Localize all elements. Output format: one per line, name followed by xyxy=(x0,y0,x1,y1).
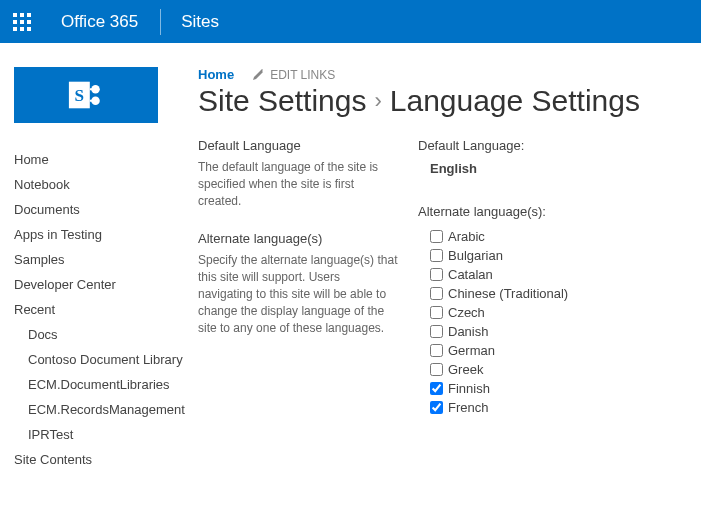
language-label: Czech xyxy=(448,305,485,320)
nav-recent-item[interactable]: Contoso Document Library xyxy=(14,347,192,372)
language-checkbox[interactable] xyxy=(430,344,443,357)
language-checkbox[interactable] xyxy=(430,401,443,414)
site-settings-title-link[interactable]: Site Settings xyxy=(198,84,366,117)
language-checkbox[interactable] xyxy=(430,230,443,243)
nav-item-apps-in-testing[interactable]: Apps in Testing xyxy=(14,222,192,247)
language-option[interactable]: German xyxy=(430,341,687,360)
svg-text:S: S xyxy=(75,86,85,105)
language-option[interactable]: French xyxy=(430,398,687,417)
language-checkbox[interactable] xyxy=(430,287,443,300)
svg-rect-7 xyxy=(20,27,24,31)
nav-site-contents[interactable]: Site Contents xyxy=(14,447,192,472)
default-language-desc: The default language of the site is spec… xyxy=(198,159,398,209)
sharepoint-logo-tile[interactable]: S xyxy=(14,67,158,123)
nav-recent-item[interactable]: ECM.DocumentLibraries xyxy=(14,372,192,397)
language-option[interactable]: Czech xyxy=(430,303,687,322)
brand-label[interactable]: Office 365 xyxy=(43,12,160,32)
svg-rect-4 xyxy=(20,20,24,24)
nav-recent-item[interactable]: ECM.RecordsManagement xyxy=(14,397,192,422)
language-option[interactable]: Greek xyxy=(430,360,687,379)
language-label: Finnish xyxy=(448,381,490,396)
language-option[interactable]: Chinese (Traditional) xyxy=(430,284,687,303)
language-label: French xyxy=(448,400,488,415)
language-option[interactable]: Catalan xyxy=(430,265,687,284)
svg-rect-3 xyxy=(13,20,17,24)
chevron-right-icon: › xyxy=(374,88,381,114)
language-label: German xyxy=(448,343,495,358)
edit-links-label: EDIT LINKS xyxy=(270,68,335,82)
language-checkbox[interactable] xyxy=(430,306,443,319)
language-label: Bulgarian xyxy=(448,248,503,263)
alternate-language-checklist: ArabicBulgarianCatalanChinese (Tradition… xyxy=(418,227,687,417)
language-option[interactable]: Bulgarian xyxy=(430,246,687,265)
nav-item-home[interactable]: Home xyxy=(14,147,192,172)
language-label: Arabic xyxy=(448,229,485,244)
language-label: Greek xyxy=(448,362,483,377)
svg-rect-0 xyxy=(13,13,17,17)
language-checkbox[interactable] xyxy=(430,325,443,338)
svg-rect-1 xyxy=(20,13,24,17)
pencil-icon xyxy=(252,69,264,81)
language-checkbox[interactable] xyxy=(430,382,443,395)
language-checkbox[interactable] xyxy=(430,249,443,262)
nav-item-samples[interactable]: Samples xyxy=(14,247,192,272)
language-label: Chinese (Traditional) xyxy=(448,286,568,301)
breadcrumb: Home EDIT LINKS xyxy=(198,67,687,82)
language-label: Danish xyxy=(448,324,488,339)
nav-item-notebook[interactable]: Notebook xyxy=(14,172,192,197)
alternate-language-heading: Alternate language(s) xyxy=(198,231,398,246)
page-title-row: Site Settings › Language Settings xyxy=(198,84,687,118)
nav-item-documents[interactable]: Documents xyxy=(14,197,192,222)
nav-item-recent[interactable]: Recent xyxy=(14,297,192,322)
breadcrumb-home-link[interactable]: Home xyxy=(198,67,234,82)
language-option[interactable]: Danish xyxy=(430,322,687,341)
svg-rect-5 xyxy=(27,20,31,24)
language-checkbox[interactable] xyxy=(430,268,443,281)
nav-recent-item[interactable]: IPRTest xyxy=(14,422,192,447)
sharepoint-icon: S xyxy=(67,76,105,114)
edit-links-button[interactable]: EDIT LINKS xyxy=(252,68,335,82)
language-checkbox[interactable] xyxy=(430,363,443,376)
quick-launch-nav: HomeNotebookDocumentsApps in TestingSamp… xyxy=(14,147,192,472)
svg-rect-6 xyxy=(13,27,17,31)
svg-rect-2 xyxy=(27,13,31,17)
alternate-language-label: Alternate language(s): xyxy=(418,204,687,219)
nav-recent-item[interactable]: Docs xyxy=(14,322,192,347)
language-option[interactable]: Arabic xyxy=(430,227,687,246)
page-title: Language Settings xyxy=(390,84,640,118)
topbar-app-label[interactable]: Sites xyxy=(161,12,239,32)
nav-item-developer-center[interactable]: Developer Center xyxy=(14,272,192,297)
svg-rect-8 xyxy=(27,27,31,31)
default-language-value: English xyxy=(418,161,687,176)
default-language-label: Default Language: xyxy=(418,138,687,153)
app-launcher-button[interactable] xyxy=(0,0,43,43)
language-option[interactable]: Finnish xyxy=(430,379,687,398)
default-language-heading: Default Language xyxy=(198,138,398,153)
topbar: Office 365 Sites xyxy=(0,0,701,43)
language-label: Catalan xyxy=(448,267,493,282)
waffle-icon xyxy=(13,13,31,31)
alternate-language-desc: Specify the alternate language(s) that t… xyxy=(198,252,398,336)
